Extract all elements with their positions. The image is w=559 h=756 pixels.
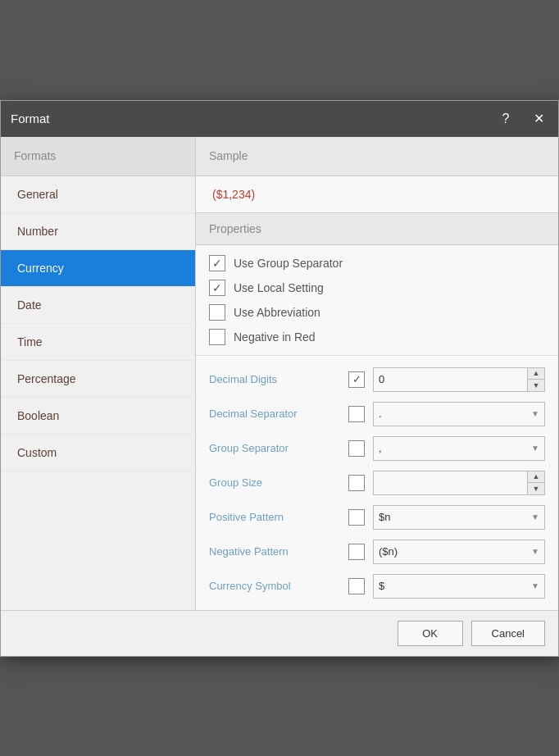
checkbox-negative-in-red[interactable] — [209, 329, 225, 345]
checkboxes-section: Use Group SeparatorUse Local SettingUse … — [196, 245, 558, 356]
dropdown-value-negative-pattern: ($n) — [379, 545, 398, 558]
prop-control-negative-pattern: ($n)▼ — [373, 540, 545, 564]
format-item-percentage[interactable]: Percentage — [1, 361, 195, 398]
title-bar: Format ? ✕ — [1, 101, 558, 137]
prop-label-group-separator: Group Separator — [209, 442, 340, 454]
spinner-decimal-digits[interactable]: 0▲▼ — [373, 367, 545, 392]
format-dialog: Format ? ✕ Formats GeneralNumberCurrency… — [0, 100, 559, 657]
help-button[interactable]: ? — [496, 109, 516, 129]
prop-label-negative-pattern: Negative Pattern — [209, 545, 340, 558]
spinner-btns-group-size: ▲▼ — [527, 471, 544, 495]
checkbox-use-local-setting[interactable] — [209, 280, 225, 296]
dropdown-value-group-separator: , — [379, 442, 382, 454]
prop-checkbox-decimal-digits[interactable] — [348, 371, 365, 388]
dropdown-arrow-positive-pattern: ▼ — [531, 512, 539, 521]
prop-row-decimal-digits: Decimal Digits0▲▼ — [196, 362, 558, 397]
spinner-btns-decimal-digits: ▲▼ — [527, 367, 544, 392]
prop-row-group-separator: Group Separator,▼ — [196, 431, 558, 466]
prop-label-decimal-separator: Decimal Separator — [209, 408, 340, 420]
spinner-up-group-size[interactable]: ▲ — [528, 471, 544, 484]
properties-panel: Sample ($1,234) Properties Use Group Sep… — [196, 137, 558, 610]
dropdown-decimal-separator[interactable]: .▼ — [373, 402, 545, 426]
dropdown-currency-symbol[interactable]: $▼ — [373, 574, 545, 599]
format-item-time[interactable]: Time — [1, 324, 195, 361]
prop-label-group-size: Group Size — [209, 476, 340, 489]
prop-control-decimal-separator: .▼ — [373, 402, 545, 426]
dropdown-arrow-negative-pattern: ▼ — [531, 547, 539, 556]
prop-control-group-separator: ,▼ — [373, 436, 545, 461]
prop-label-currency-symbol: Currency Symbol — [209, 580, 340, 592]
spinner-down-decimal-digits[interactable]: ▼ — [528, 380, 544, 392]
format-item-boolean[interactable]: Boolean — [1, 398, 195, 435]
formats-panel: Formats GeneralNumberCurrencyDateTimePer… — [1, 137, 196, 610]
format-list: GeneralNumberCurrencyDateTimePercentageB… — [1, 176, 195, 471]
sample-header: Sample — [196, 137, 558, 176]
checkbox-label-use-group-separator: Use Group Separator — [234, 257, 343, 270]
prop-checkbox-group-separator[interactable] — [348, 440, 365, 457]
prop-label-positive-pattern: Positive Pattern — [209, 511, 340, 523]
prop-control-currency-symbol: $▼ — [373, 574, 545, 599]
format-item-currency[interactable]: Currency — [1, 250, 195, 287]
prop-checkbox-positive-pattern[interactable] — [348, 509, 365, 526]
prop-checkbox-decimal-separator[interactable] — [348, 406, 365, 422]
prop-checkbox-negative-pattern[interactable] — [348, 544, 365, 560]
spinner-value-decimal-digits: 0 — [374, 373, 527, 385]
dropdown-group-separator[interactable]: ,▼ — [373, 436, 545, 461]
prop-row-negative-pattern: Negative Pattern($n)▼ — [196, 535, 558, 569]
dialog-footer: OK Cancel — [1, 610, 558, 656]
checkbox-label-negative-in-red: Negative in Red — [234, 330, 316, 344]
checkbox-use-group-separator[interactable] — [209, 255, 225, 271]
checkbox-label-use-abbreviation: Use Abbreviation — [234, 306, 320, 319]
ok-button[interactable]: OK — [398, 621, 463, 646]
dropdown-arrow-group-separator: ▼ — [531, 444, 539, 453]
prop-control-group-size: ▲▼ — [373, 471, 545, 495]
sample-value: ($1,234) — [196, 176, 558, 212]
checkbox-row-negative-in-red: Negative in Red — [209, 329, 545, 345]
formats-header: Formats — [1, 137, 195, 176]
dropdown-arrow-currency-symbol: ▼ — [531, 581, 539, 590]
prop-row-positive-pattern: Positive Pattern$n▼ — [196, 500, 558, 535]
dropdown-arrow-decimal-separator: ▼ — [531, 409, 539, 418]
prop-checkbox-currency-symbol[interactable] — [348, 578, 365, 594]
prop-label-decimal-digits: Decimal Digits — [209, 373, 340, 385]
checkbox-row-use-local-setting: Use Local Setting — [209, 280, 545, 296]
cancel-button[interactable]: Cancel — [471, 621, 545, 646]
title-bar-right: ? ✕ — [496, 109, 548, 129]
prop-control-decimal-digits: 0▲▼ — [373, 367, 545, 392]
prop-checkbox-group-size[interactable] — [348, 475, 365, 491]
title-bar-left: Format — [11, 112, 50, 125]
spinner-up-decimal-digits[interactable]: ▲ — [528, 367, 544, 380]
dropdown-value-decimal-separator: . — [379, 408, 382, 420]
dropdown-value-currency-symbol: $ — [379, 580, 384, 592]
dropdown-value-positive-pattern: $n — [379, 511, 390, 523]
props-section: Decimal Digits0▲▼Decimal Separator.▼Grou… — [196, 356, 558, 610]
dialog-body: Formats GeneralNumberCurrencyDateTimePer… — [1, 137, 558, 610]
format-item-date[interactable]: Date — [1, 287, 195, 324]
prop-row-group-size: Group Size▲▼ — [196, 466, 558, 500]
checkbox-use-abbreviation[interactable] — [209, 304, 225, 321]
dropdown-positive-pattern[interactable]: $n▼ — [373, 505, 545, 530]
format-item-general[interactable]: General — [1, 176, 195, 213]
checkbox-row-use-abbreviation: Use Abbreviation — [209, 304, 545, 321]
checkbox-row-use-group-separator: Use Group Separator — [209, 255, 545, 271]
checkbox-label-use-local-setting: Use Local Setting — [234, 281, 324, 294]
format-item-custom[interactable]: Custom — [1, 435, 195, 471]
properties-header: Properties — [196, 212, 558, 245]
format-item-number[interactable]: Number — [1, 213, 195, 250]
spinner-group-size[interactable]: ▲▼ — [373, 471, 545, 495]
prop-row-decimal-separator: Decimal Separator.▼ — [196, 397, 558, 431]
dropdown-negative-pattern[interactable]: ($n)▼ — [373, 540, 545, 564]
close-button[interactable]: ✕ — [529, 109, 548, 129]
dialog-title: Format — [11, 112, 50, 125]
spinner-down-group-size[interactable]: ▼ — [528, 483, 544, 495]
prop-row-currency-symbol: Currency Symbol$▼ — [196, 569, 558, 603]
prop-control-positive-pattern: $n▼ — [373, 505, 545, 530]
